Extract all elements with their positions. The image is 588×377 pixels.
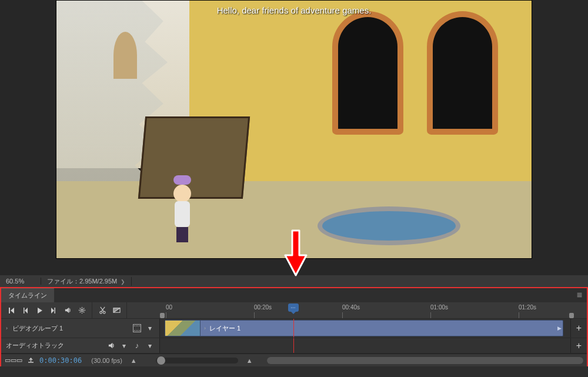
time-ruler[interactable]: 00 00:20s 00:40s 01:00s 01:20s ••• (160, 302, 575, 319)
svg-point-1 (99, 311, 102, 313)
track-header[interactable]: › ビデオグループ 1 ▾ (1, 319, 160, 338)
ruler-tick: 00:20s (254, 304, 272, 311)
speaker-icon[interactable] (106, 341, 116, 351)
zoom-out-icon[interactable]: ▲ (131, 357, 137, 364)
tab-timeline[interactable]: タイムライン (1, 288, 54, 302)
video-group-track: › ビデオグループ 1 ▾ › レイヤー 1 ▶ + (1, 319, 587, 338)
video-subtitle: Hello, dear friends of adventure games. (56, 5, 532, 15)
transport-controls (1, 302, 92, 318)
timeline-panel: タイムライン ≡ 00 00:20s 00:40s 01:00s 01:20s … (0, 287, 588, 366)
video-canvas[interactable]: Hello, dear friends of adventure games. (56, 0, 532, 259)
fps-display[interactable]: (30.00 fps) (91, 357, 122, 364)
file-size[interactable]: ファイル：2.95M/2.95M❯ (41, 277, 132, 286)
next-frame-button[interactable] (47, 304, 60, 317)
play-button[interactable] (33, 304, 46, 317)
work-area-start-handle[interactable] (160, 313, 165, 318)
render-icon[interactable]: ▭▭▭ (5, 356, 22, 364)
clip-name: レイヤー 1 (209, 324, 240, 333)
zoom-thumb[interactable] (157, 356, 165, 365)
audio-track: オーディオトラック ▾ ♪ ▾ + (1, 338, 587, 353)
scrollbar-thumb[interactable] (267, 357, 583, 364)
filmstrip-icon[interactable] (132, 323, 142, 333)
track-name: ビデオグループ 1 (12, 324, 63, 333)
timeline-tools (92, 302, 127, 318)
video-clip[interactable]: › レイヤー 1 ▶ (165, 320, 563, 336)
document-info-bar: 60.5% ファイル：2.95M/2.95M❯ (0, 275, 588, 287)
goto-start-button[interactable] (5, 304, 18, 317)
mute-button[interactable] (61, 304, 74, 317)
svg-point-0 (81, 309, 83, 312)
track-menu-icon[interactable]: ▾ (119, 341, 129, 351)
chevron-right-icon: ❯ (121, 279, 125, 285)
ruler-tick: 00 (166, 304, 172, 311)
track-menu-icon[interactable]: ▾ (145, 323, 155, 333)
timeline-footer: ▭▭▭ 0:00:30:06 (30.00 fps) ▲ ▲ (1, 353, 587, 366)
transition-button[interactable] (110, 304, 123, 317)
clip-thumbnail (165, 321, 201, 336)
horizontal-scrollbar[interactable] (267, 357, 583, 364)
settings-button[interactable] (75, 304, 88, 317)
panel-tab-bar: タイムライン ≡ (1, 288, 587, 302)
chevron-right-icon: › (204, 325, 206, 331)
track-lane[interactable]: › レイヤー 1 ▶ (160, 319, 570, 338)
track-lane[interactable] (160, 338, 570, 353)
ruler-tick: 01:00s (430, 304, 448, 311)
add-track-button[interactable]: + (570, 319, 587, 338)
track-name: オーディオトラック (6, 341, 64, 350)
ruler-tick: 01:20s (519, 304, 536, 311)
track-header[interactable]: オーディオトラック ▾ ♪ ▾ (1, 338, 160, 353)
zoom-in-icon[interactable]: ▲ (246, 357, 253, 364)
ruler-tick: 00:40s (342, 304, 360, 311)
svg-point-2 (103, 311, 105, 313)
playhead-line (293, 319, 294, 338)
zoom-level[interactable]: 60.5% (0, 278, 41, 285)
zoom-slider[interactable] (156, 358, 238, 363)
timeline-controls-row: 00 00:20s 00:40s 01:00s 01:20s ••• (1, 302, 587, 319)
clip-handle-icon[interactable]: ▶ (557, 325, 562, 331)
current-timecode[interactable]: 0:00:30:06 (39, 356, 82, 365)
export-icon[interactable] (27, 356, 35, 365)
expand-icon[interactable]: › (6, 325, 8, 331)
music-note-icon[interactable]: ♪ (132, 341, 142, 351)
prev-frame-button[interactable] (19, 304, 32, 317)
panel-menu-icon[interactable]: ≡ (577, 290, 582, 301)
work-area-end-handle[interactable] (569, 313, 574, 318)
add-track-button[interactable]: + (570, 338, 587, 353)
playhead[interactable]: ••• (288, 303, 299, 312)
playhead-line (293, 338, 294, 353)
track-menu-icon[interactable]: ▾ (145, 341, 155, 351)
annotation-arrow-icon (284, 229, 308, 276)
split-clip-button[interactable] (96, 304, 109, 317)
